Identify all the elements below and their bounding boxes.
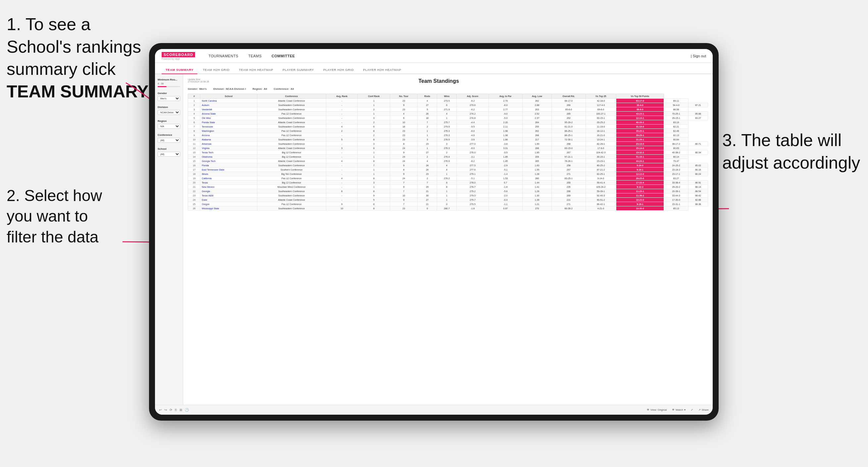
- share-icon: ↗: [699, 408, 701, 411]
- clock-icon[interactable]: 🕐: [185, 408, 189, 412]
- table-row: 10AlabamaSoutheastern Conference58233276…: [188, 137, 708, 142]
- col-conf-rank: Conf Rank: [358, 94, 390, 99]
- table-row: 3VanderbiltSoutheastern Conference-22352…: [188, 107, 708, 112]
- table-row: 4Arizona StatePac-12 Conference-14264274…: [188, 112, 708, 116]
- logo-area: SCOREBOARD Powered by clippi: [162, 52, 195, 60]
- table-row: 2AuburnSoutheastern Conference-19276273.…: [188, 103, 708, 107]
- table-row: 1North CarolinaAtlantic Coast Conference…: [188, 99, 708, 103]
- col-avg-rank: Avg. Rank: [326, 94, 358, 99]
- table-row: 24DukeAtlantic Coast Conference-59271279…: [188, 198, 708, 202]
- table-row: 23Texas A&MSoutheastern Conference-91030…: [188, 193, 708, 198]
- filter-gender: Gender Men's: [158, 92, 180, 101]
- table-row: 20TexasBig 12 Conference-3778278.00.71.4…: [188, 181, 708, 185]
- tab-team-summary[interactable]: TEAM SUMMARY: [162, 66, 197, 74]
- redo-icon[interactable]: ↪: [164, 408, 167, 412]
- main-content: Minimum Rou... 4 - 30 Gender Men's: [155, 74, 713, 405]
- update-time-block: Update time: 27/03/2024 16:56:26: [188, 78, 209, 83]
- col-avg-low: Avg. Low: [522, 94, 552, 99]
- table-body: 1North CarolinaAtlantic Coast Conference…: [188, 99, 708, 211]
- table-row: 21New MexicoMountain West Conference-192…: [188, 185, 708, 189]
- table-row: 17East Tennessee StateSouthern Conferenc…: [188, 167, 708, 172]
- table-row: 16FloridaSoutheastern Conference-7924427…: [188, 163, 708, 167]
- sign-out-link[interactable]: | Sign out: [691, 54, 706, 58]
- standings-title: Team Standings: [209, 78, 668, 84]
- refresh-icon[interactable]: ⟳: [169, 408, 172, 412]
- conference-select[interactable]: (All): [158, 138, 180, 143]
- filter-range-values: 4 - 30: [158, 83, 180, 85]
- table-row: 15Georgia TechAtlantic Coast Conference4…: [188, 159, 708, 163]
- update-time-label: Update time:: [188, 78, 209, 81]
- grid-icon[interactable]: ⊞: [180, 408, 182, 412]
- range-fill: [158, 86, 166, 87]
- range-track[interactable]: [158, 86, 180, 87]
- filter-school-label: School: [158, 147, 180, 150]
- copy-icon[interactable]: ⎘: [175, 408, 177, 412]
- table-head: # School Conference Avg. Rank Conf Rank …: [188, 94, 708, 99]
- table-row: 9ArizonaPac-12 Conference-2231276.3-4.61…: [188, 133, 708, 137]
- tab-player-h2h-heatmap[interactable]: PLAYER H2H HEATMAP: [359, 66, 405, 74]
- table-row: 13Texas TechBig 12 Conference-19272276.0…: [188, 150, 708, 155]
- table-row: 26Mississippi StateSoutheastern Conferen…: [188, 206, 708, 211]
- school-select[interactable]: (All): [158, 152, 180, 157]
- logo-sub: Powered by clippi: [162, 58, 195, 60]
- table-area: Update time: 27/03/2024 16:56:26 Team St…: [183, 74, 713, 405]
- col-overall-rd: Overall Rd.: [552, 94, 586, 99]
- view-original-btn[interactable]: 👁 View: Original: [647, 408, 666, 411]
- col-wins: Wins: [437, 94, 457, 99]
- table-row: 22GeorgiaSoutheastern Conference88721127…: [188, 189, 708, 193]
- undo-icon[interactable]: ↩: [159, 408, 162, 412]
- nav-teams[interactable]: TEAMS: [248, 54, 261, 58]
- table-row: 12VirginiaAtlantic Coast Conference38241…: [188, 146, 708, 150]
- filter-conference: Conference (All): [158, 133, 180, 143]
- logo-scoreboard: SCOREBOARD: [162, 52, 195, 57]
- filter-region: Region N/A: [158, 120, 180, 129]
- table-row: 7TennesseeSoutheastern Conference4618227…: [188, 125, 708, 129]
- col-vs-top25: Vs Top 25: [586, 94, 616, 99]
- table-row: 25OregonPac-12 Conference987210279.5-1.1…: [188, 202, 708, 206]
- tab-team-h2h-grid[interactable]: TEAM H2H GRID: [199, 66, 234, 74]
- tab-player-summary[interactable]: PLAYER SUMMARY: [279, 66, 318, 74]
- filter-min-rounds-label: Minimum Rou...: [158, 78, 180, 81]
- instruction-3: 3. The table will adjust accordingly: [722, 129, 861, 174]
- toolbar-icons: ↩ ↪ ⟳ ⎘ ⊞ 🕐: [159, 408, 189, 412]
- table-row: 11ArkansasSoutheastern Conference-382332…: [188, 142, 708, 146]
- tab-player-h2h-grid[interactable]: PLAYER H2H GRID: [319, 66, 358, 74]
- nav-items: TOURNAMENTS TEAMS COMMITTEE: [208, 54, 295, 58]
- table-row: 19CaliforniaPac-12 Conference48242278.2-…: [188, 176, 708, 181]
- watch-icon: 👁: [672, 408, 675, 411]
- share-btn[interactable]: ↗ Share: [699, 408, 709, 411]
- gender-select[interactable]: Men's: [158, 96, 180, 101]
- table-header-section: Update time: 27/03/2024 16:56:26 Team St…: [188, 78, 708, 84]
- table-row: 14OklahomaBig 12 Conference-1242276.9-3.…: [188, 155, 708, 159]
- filter-school: School (All): [158, 147, 180, 157]
- fullscreen-btn[interactable]: ⤢: [691, 408, 693, 411]
- region-filter-chip: Region: All: [252, 88, 267, 90]
- filters-panel: Minimum Rou... 4 - 30 Gender Men's: [155, 74, 183, 405]
- division-select[interactable]: NCAA Division I: [158, 110, 180, 115]
- col-conference: Conference: [257, 94, 326, 99]
- standings-table: # School Conference Avg. Rank Conf Rank …: [188, 94, 708, 211]
- filter-minimum-rounds: Minimum Rou... 4 - 30: [158, 78, 180, 87]
- header-left: SCOREBOARD Powered by clippi TOURNAMENTS…: [162, 52, 295, 60]
- tablet-screen: SCOREBOARD Powered by clippi TOURNAMENTS…: [155, 49, 713, 415]
- col-vs-top50: Vs Top 50 Points: [616, 94, 664, 99]
- col-school: School: [200, 94, 257, 99]
- col-avg-to-par: Avg. to Par: [489, 94, 523, 99]
- table-row: 8WashingtonPac-12 Conference28231276.3-6…: [188, 129, 708, 133]
- toolbar-view-controls: 👁 View: Original 👁 Watch▾ ⤢ ↗ Share: [647, 408, 709, 411]
- gender-filter-chip: Gender: Men's: [188, 88, 207, 90]
- tab-team-h2h-heatmap[interactable]: TEAM H2H HEATMAP: [235, 66, 277, 74]
- col-adj-score: Adj. Score: [457, 94, 489, 99]
- filter-division-label: Division: [158, 106, 180, 108]
- region-select[interactable]: N/A: [158, 124, 180, 129]
- col-no-tour: No. Tour: [390, 94, 417, 99]
- filter-conference-label: Conference: [158, 133, 180, 136]
- view-icon: 👁: [647, 408, 649, 411]
- col-rnds: Rnds: [417, 94, 437, 99]
- watch-btn[interactable]: 👁 Watch▾: [672, 408, 685, 411]
- col-rank: #: [188, 94, 200, 99]
- nav-tournaments[interactable]: TOURNAMENTS: [208, 54, 238, 58]
- tablet-device: SCOREBOARD Powered by clippi TOURNAMENTS…: [149, 43, 719, 421]
- nav-committee[interactable]: COMMITTEE: [272, 54, 295, 58]
- column-headers: # School Conference Avg. Rank Conf Rank …: [188, 94, 708, 99]
